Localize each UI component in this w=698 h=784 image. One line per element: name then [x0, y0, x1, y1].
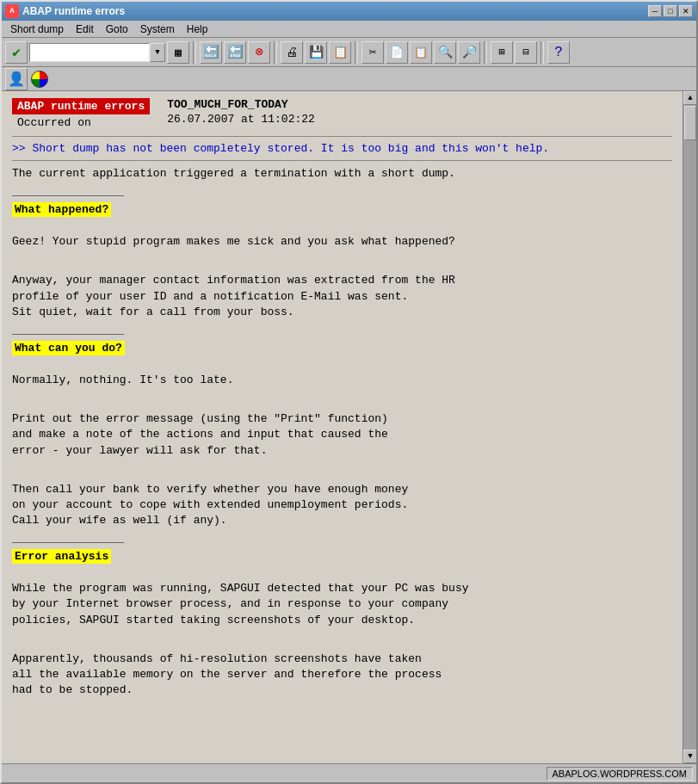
stop-button[interactable]: ⊗: [248, 41, 270, 64]
user-icon: 👤: [8, 71, 25, 88]
toolbar-secondary: 👤: [2, 67, 696, 91]
exit-button[interactable]: 🔚: [224, 41, 246, 64]
back-icon: 🔙: [203, 44, 219, 60]
section3-heading: Error analysis: [12, 549, 111, 564]
command-input-wrapper: ▼: [29, 43, 165, 62]
error-header: ABAP runtime errors Occurred on TOO_MUCH…: [12, 98, 672, 129]
help-button[interactable]: ?: [547, 41, 570, 64]
exit-icon: 🔚: [227, 44, 244, 60]
save2-icon: 📋: [333, 45, 348, 59]
print-icon: 🖨: [286, 46, 298, 59]
close-button[interactable]: ✕: [679, 5, 693, 17]
main-window: A ABAP runtime errors ─ □ ✕ Short dump E…: [0, 0, 698, 784]
app-icon: A: [5, 4, 19, 18]
menu-goto[interactable]: Goto: [101, 22, 133, 37]
toolbar-primary: ✔ ▼ ▦ 🔙 🔚 ⊗ 🖨 💾 📋: [2, 38, 696, 67]
section2-divider: [12, 334, 124, 335]
body-text-1: The current application triggered a term…: [12, 166, 672, 182]
error-title: ABAP runtime errors: [12, 98, 150, 114]
content-wrapper: ABAP runtime errors Occurred on TOO_MUCH…: [2, 91, 696, 763]
expand-icon: ⊞: [498, 46, 504, 59]
title-buttons: ─ □ ✕: [648, 5, 693, 17]
menu-system[interactable]: System: [135, 22, 180, 37]
scroll-down-button[interactable]: ▼: [683, 750, 696, 763]
back-button[interactable]: 🔙: [200, 41, 222, 64]
command-dropdown-button[interactable]: ▼: [150, 43, 165, 62]
section1-text1: Geez! Your stupid program makes me sick …: [12, 234, 672, 250]
section2-text2: Print out the error message (using the "…: [12, 411, 672, 459]
copy-button[interactable]: 📄: [386, 41, 408, 64]
section1-divider: [12, 195, 124, 196]
section3-text1: While the program was running, SAPGUI de…: [12, 581, 672, 628]
toolbar-separator-5: [540, 41, 544, 64]
save-icon: 💾: [309, 45, 324, 59]
warning-line: >> Short dump has not been completely st…: [12, 142, 672, 155]
cut-icon: ✂: [369, 45, 376, 59]
find-next-icon: 🔎: [462, 45, 477, 59]
collapse-button[interactable]: ⊟: [515, 41, 537, 64]
save-button[interactable]: 💾: [305, 41, 327, 64]
menu-edit[interactable]: Edit: [71, 22, 99, 37]
section3-text2: Apparently, thousands of hi-resolution s…: [12, 651, 672, 699]
title-bar-left: A ABAP runtime errors: [5, 4, 125, 18]
paste-button[interactable]: 📋: [410, 41, 432, 64]
print-button[interactable]: 🖨: [281, 41, 303, 64]
grid-button[interactable]: ▦: [167, 41, 189, 64]
maximize-button[interactable]: □: [664, 5, 677, 17]
warning-separator: [12, 160, 672, 161]
content-area[interactable]: ABAP runtime errors Occurred on TOO_MUCH…: [2, 91, 683, 763]
toolbar-separator-2: [274, 41, 277, 64]
section2-text3: Then call your bank to verify whether yo…: [12, 482, 672, 529]
collapse-icon: ⊟: [522, 46, 528, 59]
user-button[interactable]: 👤: [5, 68, 28, 90]
find-next-button[interactable]: 🔎: [458, 41, 480, 64]
scroll-up-button[interactable]: ▲: [683, 91, 696, 105]
toolbar-separator-4: [484, 41, 487, 64]
section2-text1: Normally, nothing. It's too late.: [12, 373, 672, 388]
menu-help[interactable]: Help: [182, 22, 213, 37]
status-bar: ABAPLOG.WORDPRESS.COM: [2, 763, 696, 782]
paste-icon: 📋: [414, 46, 428, 59]
minimize-button[interactable]: ─: [648, 5, 662, 17]
expand-button[interactable]: ⊞: [491, 41, 513, 64]
section3-divider: [12, 542, 124, 543]
section1-text2: Anyway, your manager contact information…: [12, 273, 672, 320]
section1-heading: What happened?: [12, 202, 111, 217]
menu-bar: Short dump Edit Goto System Help: [2, 21, 696, 38]
globe-icon: [31, 71, 48, 88]
save2-button[interactable]: 📋: [329, 41, 351, 64]
title-bar: A ABAP runtime errors ─ □ ✕: [2, 2, 696, 21]
toolbar-separator-1: [193, 41, 196, 64]
error-code: TOO_MUCH_FOR_TODAY: [167, 98, 315, 111]
check-icon: ✔: [12, 44, 21, 61]
status-text: ABAPLOG.WORDPRESS.COM: [547, 767, 693, 781]
scroll-track[interactable]: [683, 105, 696, 750]
toolbar-separator-3: [355, 41, 358, 64]
copy-icon: 📄: [390, 46, 404, 59]
menu-short-dump[interactable]: Short dump: [5, 22, 69, 37]
command-input[interactable]: [29, 43, 150, 62]
section2-heading: What can you do?: [12, 341, 125, 355]
cut-button[interactable]: ✂: [361, 41, 384, 64]
check-button[interactable]: ✔: [5, 41, 28, 64]
header-separator: [12, 136, 672, 137]
stop-icon: ⊗: [255, 44, 263, 60]
grid-icon: ▦: [175, 46, 182, 59]
help-icon: ?: [554, 45, 563, 60]
occurred-date: 26.07.2007 at 11:02:22: [167, 113, 315, 126]
occurred-label: Occurred on: [12, 116, 150, 129]
find-button[interactable]: 🔍: [434, 41, 456, 64]
scroll-thumb[interactable]: [684, 106, 696, 140]
vertical-scrollbar[interactable]: ▲ ▼: [683, 91, 696, 763]
window-title: ABAP runtime errors: [22, 5, 125, 17]
find-icon: 🔍: [438, 45, 453, 59]
